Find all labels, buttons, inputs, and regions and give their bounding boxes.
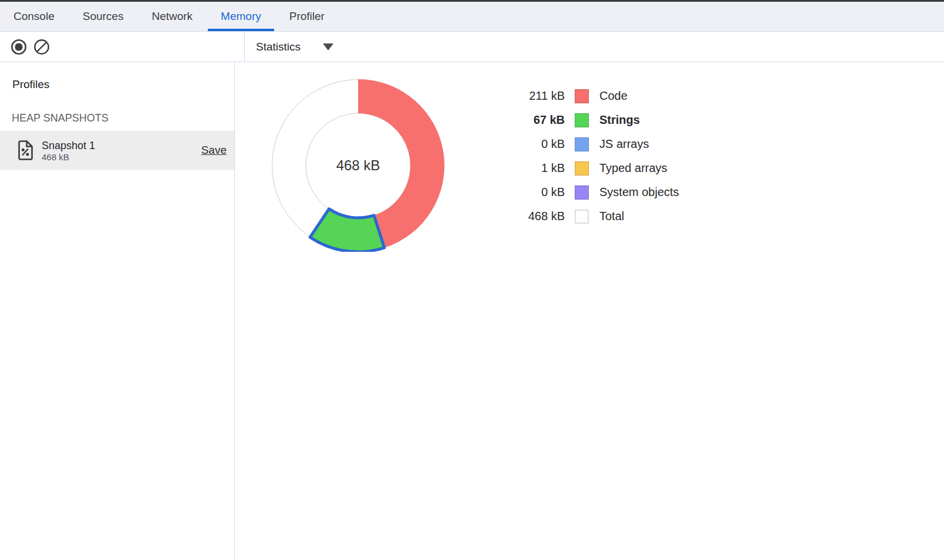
statistics-toolbar: Statistics [245, 32, 944, 62]
profiles-toolbar [0, 32, 245, 62]
snapshot-title: Snapshot 1 [42, 139, 95, 152]
perspective-select[interactable]: Statistics [256, 41, 333, 53]
chevron-down-icon [323, 43, 333, 50]
legend-row-typed-arrays[interactable]: 1 kBTyped arrays [493, 156, 679, 180]
snapshot-size: 468 kB [42, 152, 95, 162]
devtools-window: Console Sources Network Memory Profiler [0, 0, 944, 560]
legend-swatch [575, 137, 589, 151]
legend-row-code[interactable]: 211 kBCode [493, 84, 679, 108]
legend-label: Code [599, 89, 628, 103]
profiles-sidebar: Profiles HEAP SNAPSHOTS Snapshot 1 468 k… [0, 62, 235, 560]
legend-row-total[interactable]: 468 kBTotal [493, 204, 679, 228]
legend-value: 1 kB [493, 161, 565, 175]
heap-snapshots-section-title: HEAP SNAPSHOTS [12, 110, 234, 126]
legend-swatch [575, 185, 589, 200]
legend-value: 0 kB [493, 137, 565, 151]
legend-swatch [575, 210, 589, 224]
legend-swatch [575, 161, 589, 176]
sidebar-title: Profiles [12, 77, 234, 92]
panel-body: Profiles HEAP SNAPSHOTS Snapshot 1 468 k… [0, 62, 944, 560]
devtools-tabbar: Console Sources Network Memory Profiler [0, 2, 944, 32]
legend-value: 0 kB [493, 185, 565, 199]
tab-sources[interactable]: Sources [69, 2, 138, 31]
save-snapshot-link[interactable]: Save [201, 144, 227, 157]
legend-value: 211 kB [493, 89, 565, 103]
clear-profiles-button[interactable] [33, 38, 50, 56]
legend-row-strings[interactable]: 67 kBStrings [493, 108, 679, 132]
statistics-panel: 468 kB 211 kBCode67 kBStrings0 kBJS arra… [235, 62, 944, 560]
legend-value: 468 kB [493, 210, 565, 223]
legend-value: 67 kB [493, 113, 565, 127]
record-heap-snapshot-button[interactable] [10, 38, 28, 56]
donut-slice-strings[interactable] [310, 209, 385, 252]
tab-console[interactable]: Console [0, 2, 69, 31]
heap-snapshot-icon [18, 140, 33, 160]
legend-label: Strings [599, 113, 640, 127]
donut-center-label: 468 kB [336, 157, 380, 173]
snapshot-text: Snapshot 1 468 kB [42, 139, 95, 162]
clear-icon [33, 38, 50, 56]
legend-label: System objects [599, 185, 679, 199]
legend-label: JS arrays [599, 137, 649, 151]
legend-label: Typed arrays [599, 161, 667, 175]
panel-toolbar: Statistics [0, 32, 944, 62]
sidebar-item-snapshot-1[interactable]: Snapshot 1 468 kB Save [0, 131, 234, 170]
heap-statistics-donut-chart[interactable]: 468 kB [272, 79, 444, 252]
tab-memory[interactable]: Memory [207, 2, 275, 31]
chart-legend: 211 kBCode67 kBStrings0 kBJS arrays1 kBT… [493, 84, 679, 228]
legend-label: Total [599, 210, 624, 223]
legend-row-system-objects[interactable]: 0 kBSystem objects [493, 180, 679, 204]
legend-row-js-arrays[interactable]: 0 kBJS arrays [493, 132, 679, 156]
legend-swatch [575, 113, 589, 127]
tab-network[interactable]: Network [137, 2, 207, 31]
legend-swatch [575, 89, 589, 103]
record-icon [10, 38, 28, 56]
perspective-select-label: Statistics [256, 41, 301, 53]
tab-profiler[interactable]: Profiler [275, 2, 339, 31]
